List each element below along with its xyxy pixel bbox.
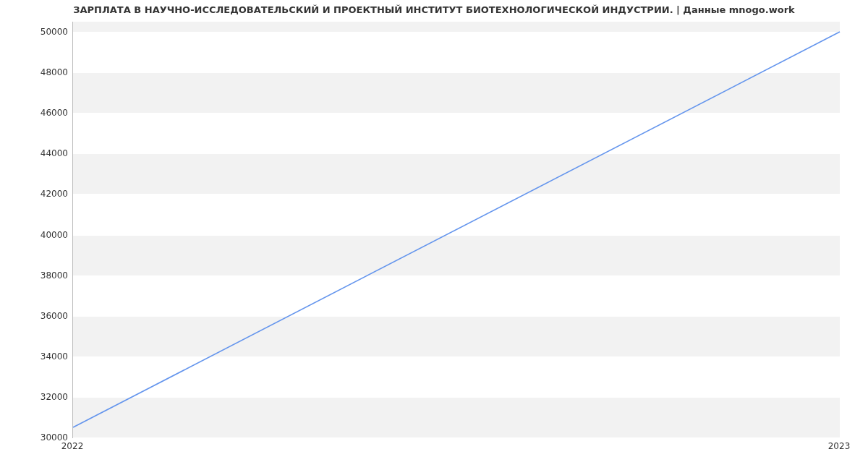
chart-title: ЗАРПЛАТА В НАУЧНО-ИССЛЕДОВАТЕЛЬСКИЙ И ПР…: [0, 4, 868, 15]
series-line: [73, 32, 840, 427]
y-tick-label: 48000: [25, 67, 68, 77]
x-tick-label: 2023: [828, 441, 851, 451]
y-tick-label: 46000: [25, 108, 68, 118]
y-tick-label: 40000: [25, 230, 68, 240]
y-tick-label: 42000: [25, 189, 68, 199]
x-tick-label: 2022: [61, 441, 84, 451]
chart-container: ЗАРПЛАТА В НАУЧНО-ИССЛЕДОВАТЕЛЬСКИЙ И ПР…: [0, 0, 868, 470]
y-tick-label: 44000: [25, 148, 68, 158]
grid-line: [73, 437, 840, 438]
y-tick-label: 38000: [25, 270, 68, 281]
y-tick-label: 50000: [25, 27, 68, 37]
y-tick-label: 34000: [25, 351, 68, 362]
y-tick-label: 36000: [25, 311, 68, 321]
y-tick-label: 32000: [25, 392, 68, 402]
plot-area: [72, 22, 840, 438]
line-series: [73, 22, 840, 437]
